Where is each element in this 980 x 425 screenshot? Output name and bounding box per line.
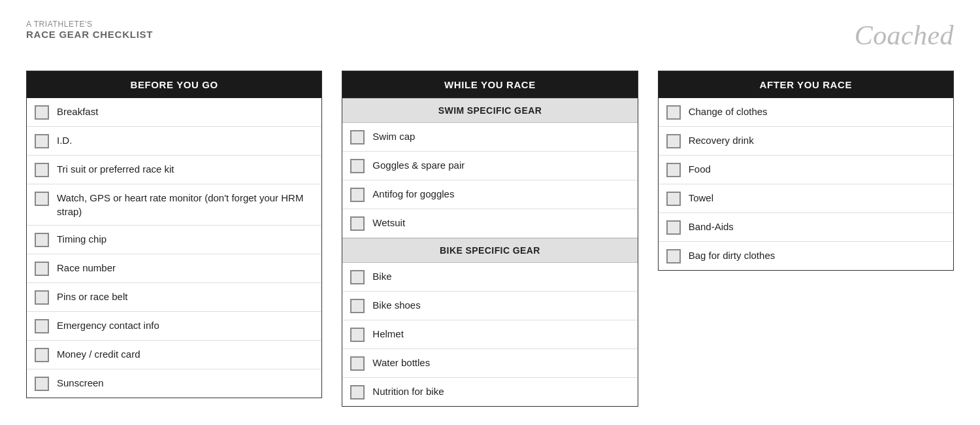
checklist-item[interactable]: Goggles & spare pair xyxy=(342,152,637,180)
checklist-item[interactable]: Sunscreen xyxy=(27,369,321,398)
checklist-item[interactable]: Antifog for goggles xyxy=(342,180,637,209)
item-text: Change of clothes xyxy=(689,105,768,118)
item-text: Wetsuit xyxy=(372,216,405,230)
checklist-item[interactable]: Change of clothes xyxy=(659,98,953,127)
checklist-item[interactable]: Wetsuit xyxy=(342,209,637,238)
item-text: Breakfast xyxy=(57,105,98,118)
checkbox[interactable] xyxy=(666,192,681,206)
checklist-item[interactable]: Emergency contact info xyxy=(27,312,321,341)
item-text: Bike xyxy=(372,269,391,283)
checkbox[interactable] xyxy=(35,319,49,333)
checkbox[interactable] xyxy=(666,220,681,235)
section-header-swim: SWIM SPECIFIC GEAR xyxy=(342,98,637,123)
checklist-item[interactable]: Watch, GPS or heart rate monitor (don't … xyxy=(27,184,321,226)
col-header-after: AFTER YOU RACE xyxy=(659,71,953,98)
checklist-item[interactable]: Bike xyxy=(342,263,637,292)
checkbox[interactable] xyxy=(350,216,365,231)
item-text: Helmet xyxy=(372,327,404,341)
checkbox[interactable] xyxy=(35,348,49,362)
item-text: Sunscreen xyxy=(57,376,104,390)
checkbox[interactable] xyxy=(350,299,365,313)
item-text: Swim cap xyxy=(372,129,415,143)
checkbox[interactable] xyxy=(350,385,365,400)
checkbox[interactable] xyxy=(35,192,49,206)
columns-container: BEFORE YOU GOBreakfastI.D.Tri suit or pr… xyxy=(26,71,954,407)
checklist-item[interactable]: Timing chip xyxy=(27,226,321,254)
checkbox[interactable] xyxy=(350,159,365,173)
header-logo: Coached xyxy=(855,20,954,51)
item-text: Nutrition for bike xyxy=(372,384,444,398)
page: A TRIATHLETE'S RACE GEAR CHECKLIST Coach… xyxy=(0,0,980,425)
item-text: Bag for dirty clothes xyxy=(689,248,776,262)
header-subtitle: A TRIATHLETE'S xyxy=(26,20,153,29)
header: A TRIATHLETE'S RACE GEAR CHECKLIST Coach… xyxy=(26,20,954,51)
item-text: Bike shoes xyxy=(372,298,420,312)
checklist-item[interactable]: Helmet xyxy=(342,320,637,349)
checkbox[interactable] xyxy=(350,328,365,342)
column-before: BEFORE YOU GOBreakfastI.D.Tri suit or pr… xyxy=(26,71,322,398)
checkbox[interactable] xyxy=(350,356,365,371)
checklist-item[interactable]: Food xyxy=(659,156,953,184)
item-text: Antifog for goggles xyxy=(372,187,454,201)
column-while: WHILE YOU RACESWIM SPECIFIC GEARSwim cap… xyxy=(342,71,638,407)
checkbox[interactable] xyxy=(35,377,49,391)
checklist-item[interactable]: Recovery drink xyxy=(659,127,953,156)
item-text: Water bottles xyxy=(372,356,430,369)
checkbox[interactable] xyxy=(350,130,365,144)
checkbox[interactable] xyxy=(35,163,49,177)
checklist-item[interactable]: Breakfast xyxy=(27,98,321,127)
column-after: AFTER YOU RACEChange of clothesRecovery … xyxy=(658,71,954,271)
item-text: Emergency contact info xyxy=(57,318,159,332)
checkbox[interactable] xyxy=(35,262,49,276)
checklist-item[interactable]: Water bottles xyxy=(342,349,637,378)
col-header-while: WHILE YOU RACE xyxy=(342,71,637,98)
item-text: Towel xyxy=(689,191,713,205)
section-header-bike: BIKE SPECIFIC GEAR xyxy=(342,238,637,263)
checklist-item[interactable]: I.D. xyxy=(27,127,321,156)
item-text: Race number xyxy=(57,261,116,275)
item-text: Timing chip xyxy=(57,232,106,246)
checkbox[interactable] xyxy=(35,134,49,148)
checkbox[interactable] xyxy=(35,233,49,247)
header-title: RACE GEAR CHECKLIST xyxy=(26,29,153,40)
checkbox[interactable] xyxy=(666,163,681,177)
checkbox[interactable] xyxy=(350,188,365,202)
item-text: Band-Aids xyxy=(689,220,734,233)
checkbox[interactable] xyxy=(666,249,681,264)
item-text: Tri suit or preferred race kit xyxy=(57,162,174,176)
checkbox[interactable] xyxy=(35,290,49,305)
item-text: Goggles & spare pair xyxy=(372,158,465,172)
checklist-item[interactable]: Swim cap xyxy=(342,123,637,152)
checklist-item[interactable]: Nutrition for bike xyxy=(342,378,637,406)
checkbox[interactable] xyxy=(666,134,681,148)
checklist-item[interactable]: Bike shoes xyxy=(342,292,637,320)
header-title-block: A TRIATHLETE'S RACE GEAR CHECKLIST xyxy=(26,20,153,40)
item-text: Money / credit card xyxy=(57,347,140,361)
checklist-item[interactable]: Money / credit card xyxy=(27,341,321,369)
checkbox[interactable] xyxy=(350,270,365,284)
item-text: Pins or race belt xyxy=(57,290,127,303)
item-text: Watch, GPS or heart rate monitor (don't … xyxy=(57,191,314,218)
col-header-before: BEFORE YOU GO xyxy=(27,71,321,98)
checklist-item[interactable]: Bag for dirty clothes xyxy=(659,242,953,270)
item-text: Recovery drink xyxy=(689,133,754,147)
checklist-item[interactable]: Towel xyxy=(659,184,953,213)
checkbox[interactable] xyxy=(666,105,681,120)
checkbox[interactable] xyxy=(35,105,49,120)
checklist-item[interactable]: Band-Aids xyxy=(659,213,953,242)
checklist-item[interactable]: Pins or race belt xyxy=(27,283,321,312)
checklist-item[interactable]: Race number xyxy=(27,254,321,283)
item-text: Food xyxy=(689,162,711,176)
checklist-item[interactable]: Tri suit or preferred race kit xyxy=(27,156,321,184)
item-text: I.D. xyxy=(57,133,72,147)
